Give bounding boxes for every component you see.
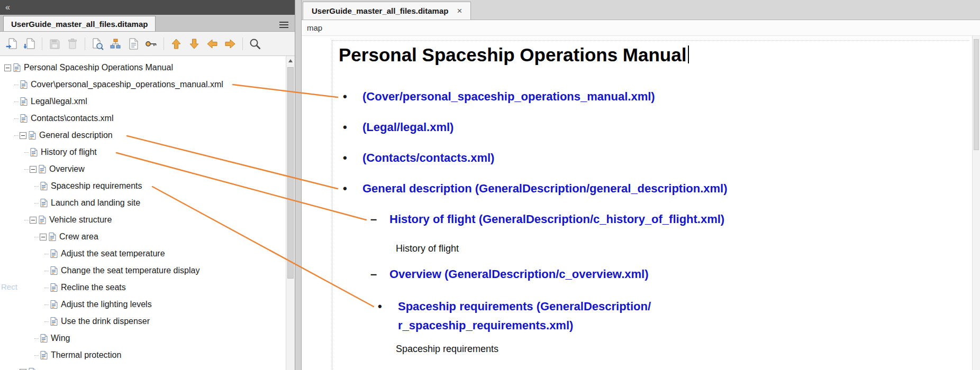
topic-icon — [50, 317, 58, 326]
list-dash: – — [370, 211, 389, 227]
tree-item[interactable]: Launch and landing site — [0, 195, 295, 211]
editor-tab[interactable]: UserGuide_master_all_files.ditamap × — [303, 2, 471, 20]
close-tab-icon[interactable]: × — [457, 6, 462, 16]
tree-connector — [34, 237, 39, 237]
move-down-button[interactable] — [187, 36, 202, 51]
tree-connector — [14, 101, 19, 102]
tree-item-label: Overview — [49, 164, 85, 174]
tree-item[interactable]: Overview — [0, 161, 295, 178]
breadcrumb-node[interactable]: map — [307, 23, 322, 32]
tree-scrollbar[interactable] — [286, 56, 295, 370]
map-structure-button[interactable] — [108, 36, 123, 51]
topic-icon — [40, 198, 48, 208]
open-preview-icon — [91, 38, 104, 50]
topicref-entry[interactable]: • (Legal/legal.xml) — [332, 119, 980, 135]
tree-item[interactable]: Cover\personal_spaceship_operations_manu… — [0, 76, 295, 93]
tree-item[interactable]: Wing — [0, 330, 295, 347]
delete-button[interactable] — [65, 36, 80, 51]
topic-icon — [38, 164, 47, 174]
document-icon — [127, 38, 140, 50]
tree-item[interactable]: Adjust the seat temperature — [0, 245, 295, 262]
topic-icon — [38, 215, 47, 225]
tree-item-label: Crew area — [59, 232, 98, 242]
tree-connector — [34, 338, 39, 339]
topicref-entry[interactable]: – History of flight (GeneralDescription/… — [332, 211, 980, 227]
topicref-entry[interactable]: • (Cover/personal_spaceship_operations_m… — [332, 89, 980, 105]
scrollbar-thumb[interactable] — [974, 39, 979, 150]
insert-reference-icon — [23, 38, 36, 50]
topicref-entry[interactable]: • General description (GeneralDescriptio… — [332, 181, 980, 197]
tree-item[interactable]: Adjust the lighting levels — [0, 296, 295, 313]
topic-icon — [40, 334, 48, 343]
keys-button[interactable] — [144, 36, 159, 51]
tree-connector — [44, 271, 49, 271]
tree-connector — [24, 220, 29, 220]
collapse-toggle-icon[interactable] — [30, 217, 37, 224]
panel-splitter[interactable] — [295, 0, 302, 370]
tree-connector — [24, 169, 29, 170]
topicref-entry[interactable]: – Overview (GeneralDescription/c_overvie… — [332, 266, 980, 282]
collapse-toggle-icon[interactable] — [4, 64, 11, 71]
panel-menu-icon[interactable] — [279, 22, 288, 28]
collapse-toggle-icon[interactable] — [40, 234, 47, 240]
document-title[interactable]: Personal Spaceship Operations Manual — [339, 43, 980, 67]
topicref-link[interactable]: (Cover/personal_spaceship_operations_man… — [362, 89, 655, 105]
tree-item[interactable]: Use the drink dispenser — [0, 313, 295, 330]
move-up-icon — [170, 38, 183, 50]
tree-item[interactable]: Legal\legal.xml — [0, 93, 295, 110]
topicref-entry[interactable]: • Spaceship requirements (GeneralDescrip… — [332, 297, 980, 335]
tree-connector — [14, 85, 19, 85]
collapse-toggle-icon[interactable] — [30, 166, 37, 173]
collapse-panel-button[interactable]: « — [5, 3, 10, 12]
navtitle-text[interactable]: History of flight — [332, 242, 980, 255]
navtitle-text[interactable]: Spaceship requirements — [332, 343, 980, 355]
topicref-link[interactable]: Spaceship requirements (GeneralDescripti… — [398, 297, 651, 335]
move-up-button[interactable] — [169, 36, 184, 51]
tree-item-label: Thermal protection — [51, 350, 121, 360]
document-editor[interactable]: Personal Spaceship Operations Manual • (… — [302, 36, 980, 370]
topicref-link[interactable]: (Contacts/contacts.xml) — [362, 150, 494, 166]
save-button[interactable] — [47, 36, 62, 51]
topicref-entry[interactable]: • (Contacts/contacts.xml) — [332, 150, 980, 166]
tree-item[interactable]: Contacts\contacts.xml — [0, 110, 295, 127]
tree-item[interactable]: Change the seat temperature display — [0, 262, 295, 279]
topicref-link[interactable]: (Legal/legal.xml) — [362, 119, 453, 135]
application-window: « UserGuide_master_all_files.ditamap — [0, 0, 980, 370]
demote-button[interactable] — [223, 36, 238, 51]
tree-connector — [14, 135, 19, 136]
list-bullet: • — [343, 150, 362, 166]
topic-icon — [48, 232, 57, 242]
toolbar-separator — [42, 38, 42, 50]
scroll-up-button[interactable] — [286, 56, 295, 65]
tree-item-label: Adjust the seat temperature — [61, 249, 165, 258]
tree-item[interactable]: General description — [0, 127, 295, 144]
topicref-link[interactable]: History of flight (GeneralDescription/c_… — [389, 211, 724, 227]
tree-item[interactable]: History of flight — [0, 144, 295, 161]
ditamap-panel-tab[interactable]: UserGuide_master_all_files.ditamap — [3, 16, 156, 31]
insert-new-topic-icon — [5, 38, 18, 50]
tree-item[interactable]: Recline the seats — [0, 279, 295, 296]
tree-item[interactable]: Spaceship requirements — [0, 178, 295, 195]
open-preview-button[interactable] — [90, 36, 105, 51]
dita-maps-manager-panel: « UserGuide_master_all_files.ditamap — [0, 0, 295, 370]
tree-item-clipped[interactable] — [0, 364, 295, 370]
editor-tab-label: UserGuide_master_all_files.ditamap — [312, 6, 448, 15]
collapse-toggle-icon[interactable] — [20, 132, 26, 139]
search-button[interactable] — [248, 36, 262, 51]
tree-item-label: Spaceship requirements — [51, 181, 142, 191]
tree-item[interactable]: Crew area — [0, 228, 295, 245]
tree-item-root[interactable]: Personal Spaceship Operations Manual — [0, 59, 295, 76]
insert-new-topic-button[interactable] — [4, 36, 19, 51]
topicref-link[interactable]: Overview (GeneralDescription/c_overview.… — [389, 266, 649, 282]
editor-panel: UserGuide_master_all_files.ditamap × map… — [302, 0, 980, 370]
document-properties-button[interactable] — [126, 36, 141, 51]
promote-button[interactable] — [205, 36, 220, 51]
editor-scrollbar[interactable] — [972, 36, 980, 370]
tree-connector — [44, 288, 49, 288]
scrollbar-thumb[interactable] — [287, 67, 294, 279]
tree-item[interactable]: Vehicle structure — [0, 211, 295, 228]
insert-reference-button[interactable] — [22, 36, 37, 51]
topic-icon — [50, 266, 58, 275]
tree-item[interactable]: Thermal protection — [0, 347, 295, 364]
topicref-link[interactable]: General description (GeneralDescription/… — [362, 181, 728, 197]
